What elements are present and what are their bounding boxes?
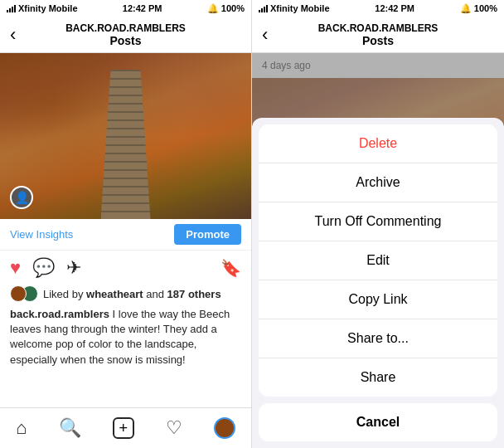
heart-nav-icon[interactable]: ♡ xyxy=(166,417,182,439)
r-signal-bar-3 xyxy=(264,7,265,12)
share-button[interactable]: Share xyxy=(259,358,497,397)
signal-bar-1 xyxy=(7,10,8,12)
signal-bars xyxy=(7,4,16,12)
right-alarm-icon: 🔔 xyxy=(460,3,472,14)
copy-link-button[interactable]: Copy Link xyxy=(259,280,497,319)
right-battery-label: 100% xyxy=(474,3,497,13)
likes-text: Liked by wheatheart and 187 others xyxy=(43,288,221,300)
cancel-group: Cancel xyxy=(259,403,497,441)
action-sheet-group: Delete Archive Turn Off Commenting Edit … xyxy=(259,124,497,397)
heart-icon[interactable]: ♥ xyxy=(10,257,21,279)
right-header-username: BACK.ROAD.RAMBLERS xyxy=(318,22,439,34)
edit-button[interactable]: Edit xyxy=(259,241,497,280)
modal-overlay: Delete Archive Turn Off Commenting Edit … xyxy=(252,53,504,448)
r-signal-bar-2 xyxy=(261,8,263,12)
likes-username: wheatheart xyxy=(86,288,143,300)
right-status-right: 🔔 100% xyxy=(460,3,497,14)
right-header-title: BACK.ROAD.RAMBLERS Posts xyxy=(318,22,439,47)
right-status-left: Xfinity Mobile xyxy=(259,3,330,13)
right-carrier-label: Xfinity Mobile xyxy=(270,3,330,13)
likes-row: Liked by wheatheart and 187 others xyxy=(0,284,251,304)
reaction-icons: ♥ 💬 ✈ xyxy=(10,257,81,279)
profile-avatar[interactable] xyxy=(214,417,235,439)
signal-bar-2 xyxy=(9,8,11,12)
view-insights-link[interactable]: View Insights xyxy=(10,228,73,241)
left-status-bar: Xfinity Mobile 12:42 PM 🔔 100% xyxy=(0,0,251,17)
share-to-button[interactable]: Share to... xyxy=(259,319,497,358)
right-signal-bars xyxy=(259,4,268,12)
caption: back.road.ramblers I love the way the Be… xyxy=(0,304,251,374)
header-subtitle: Posts xyxy=(65,34,186,47)
right-panel: Xfinity Mobile 12:42 PM 🔔 100% ‹ BACK.RO… xyxy=(252,0,504,448)
avatar-pair xyxy=(10,285,38,302)
header-title: BACK.ROAD.RAMBLERS Posts xyxy=(65,22,186,47)
post-image: 👤 xyxy=(0,53,251,219)
signal-bar-3 xyxy=(12,7,13,12)
share-icon[interactable]: ✈ xyxy=(66,257,81,279)
left-panel: Xfinity Mobile 12:42 PM 🔔 100% ‹ BACK.RO… xyxy=(0,0,252,448)
delete-button[interactable]: Delete xyxy=(259,124,497,163)
alarm-icon: 🔔 xyxy=(207,3,219,14)
battery-label: 100% xyxy=(221,3,245,13)
add-button[interactable]: + xyxy=(113,417,134,439)
cancel-button[interactable]: Cancel xyxy=(259,403,497,441)
reaction-bar: ♥ 💬 ✈ 🔖 xyxy=(0,251,251,284)
right-header-subtitle: Posts xyxy=(318,34,439,47)
avatar-icon: 👤 xyxy=(15,191,29,204)
comment-icon[interactable]: 💬 xyxy=(32,257,55,279)
promote-button[interactable]: Promote xyxy=(174,224,241,245)
time-label: 12:42 PM xyxy=(123,3,162,13)
bottom-nav: ⌂ 🔍 + ♡ xyxy=(0,407,251,448)
action-sheet: Delete Archive Turn Off Commenting Edit … xyxy=(252,118,504,448)
r-signal-bar-4 xyxy=(266,5,268,12)
caption-author: back.road.ramblers xyxy=(10,308,109,320)
avatar: 👤 xyxy=(10,186,33,209)
header-username: BACK.ROAD.RAMBLERS xyxy=(65,22,186,34)
status-left: Xfinity Mobile xyxy=(7,3,78,13)
archive-button[interactable]: Archive xyxy=(259,163,497,202)
right-status-bar: Xfinity Mobile 12:42 PM 🔔 100% xyxy=(252,0,504,17)
action-bar: View Insights Promote xyxy=(0,219,251,251)
left-header: ‹ BACK.ROAD.RAMBLERS Posts xyxy=(0,17,251,53)
right-back-button[interactable]: ‹ xyxy=(262,24,268,46)
right-header: ‹ BACK.ROAD.RAMBLERS Posts xyxy=(252,17,504,53)
r-signal-bar-1 xyxy=(259,10,260,12)
signal-bar-4 xyxy=(14,5,16,12)
right-time-label: 12:42 PM xyxy=(375,3,414,13)
carrier-label: Xfinity Mobile xyxy=(18,3,78,13)
bookmark-icon[interactable]: 🔖 xyxy=(220,258,241,278)
status-right: 🔔 100% xyxy=(207,3,245,14)
search-icon[interactable]: 🔍 xyxy=(59,417,81,439)
back-button[interactable]: ‹ xyxy=(10,24,16,46)
home-icon[interactable]: ⌂ xyxy=(16,417,27,439)
turn-off-commenting-button[interactable]: Turn Off Commenting xyxy=(259,202,497,241)
likes-count: 187 others xyxy=(167,288,221,300)
avatar-tiny-1 xyxy=(10,285,27,302)
